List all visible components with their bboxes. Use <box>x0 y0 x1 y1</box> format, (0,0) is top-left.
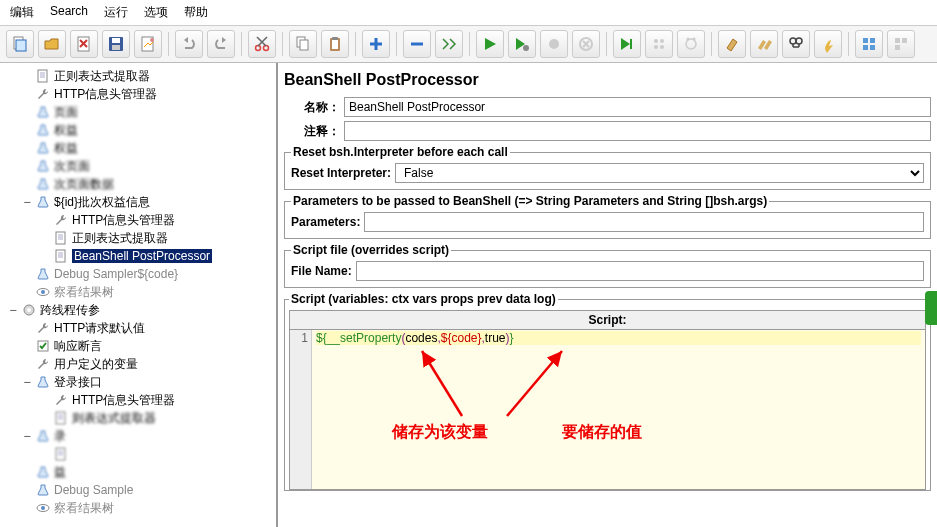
tree-toggle-icon[interactable]: − <box>22 195 32 209</box>
tree-toggle-icon[interactable]: − <box>22 375 32 389</box>
menu-search[interactable]: Search <box>50 4 88 21</box>
wrench-icon <box>36 321 50 335</box>
toolbar <box>0 26 937 63</box>
line-gutter: 1 <box>290 330 312 489</box>
menu-run[interactable]: 运行 <box>104 4 128 21</box>
expand-button[interactable] <box>362 30 390 58</box>
help-button[interactable] <box>887 30 915 58</box>
tree-item[interactable]: −跨线程传参 <box>4 301 276 319</box>
svg-rect-27 <box>863 38 868 43</box>
tree-item-label: 跨线程传参 <box>40 302 100 319</box>
svg-line-47 <box>507 351 562 416</box>
menu-help[interactable]: 帮助 <box>184 4 208 21</box>
copy-button[interactable] <box>289 30 317 58</box>
new-button[interactable] <box>6 30 34 58</box>
tree-item-label: HTTP请求默认值 <box>54 320 145 337</box>
tree-item[interactable]: 权益 <box>4 139 276 157</box>
tree-item[interactable]: 用户定义的变量 <box>4 355 276 373</box>
flask-icon <box>36 105 50 119</box>
tree-item[interactable]: − 录 <box>4 427 276 445</box>
clear-all-button[interactable] <box>750 30 778 58</box>
tree-item[interactable]: 权益 <box>4 121 276 139</box>
tree-item[interactable]: 察看结果树 <box>4 499 276 517</box>
flask-icon <box>36 159 50 173</box>
tree-item[interactable] <box>4 445 276 463</box>
check-icon <box>36 339 50 353</box>
flask-icon <box>36 177 50 191</box>
undo-button[interactable] <box>175 30 203 58</box>
tree-item[interactable]: −登录接口 <box>4 373 276 391</box>
tree-item[interactable]: 次页面数据 <box>4 175 276 193</box>
stop-button[interactable] <box>540 30 568 58</box>
reset-button[interactable] <box>814 30 842 58</box>
tree-item[interactable]: Debug Sampler${code} <box>4 265 276 283</box>
cut-button[interactable] <box>248 30 276 58</box>
main-panel: BeanShell PostProcessor 名称： 注释： Reset bs… <box>278 63 937 527</box>
start-no-pause-button[interactable] <box>508 30 536 58</box>
save-button[interactable] <box>102 30 130 58</box>
tree-item[interactable]: 正则表达式提取器 <box>4 229 276 247</box>
reset-select[interactable]: False <box>395 163 924 183</box>
tree-item[interactable]: BeanShell PostProcessor <box>4 247 276 265</box>
tree-item[interactable]: 益 <box>4 463 276 481</box>
remote-stop-button[interactable] <box>645 30 673 58</box>
tree-item-label: 用户定义的变量 <box>54 356 138 373</box>
tree-item[interactable]: HTTP信息头管理器 <box>4 211 276 229</box>
collapse-button[interactable] <box>403 30 431 58</box>
menu-options[interactable]: 选项 <box>144 4 168 21</box>
doc-icon <box>54 231 68 245</box>
paste-button[interactable] <box>321 30 349 58</box>
tree-item[interactable]: Debug Sample <box>4 481 276 499</box>
file-input[interactable] <box>356 261 924 281</box>
svg-point-24 <box>693 38 696 41</box>
tree-item-label: ${id}批次权益信息 <box>54 194 150 211</box>
script-editor[interactable]: 1 ${__setProperty(codes,${code},true)} 储… <box>289 330 926 490</box>
flask-icon <box>36 141 50 155</box>
tree-item-label: BeanShell PostProcessor <box>72 249 212 263</box>
svg-rect-33 <box>895 45 900 50</box>
open-button[interactable] <box>38 30 66 58</box>
close-button[interactable] <box>70 30 98 58</box>
svg-point-7 <box>150 38 154 42</box>
menu-edit[interactable]: 编辑 <box>10 4 34 21</box>
tree-item-label: HTTP信息头管理器 <box>72 212 175 229</box>
remote-shutdown-button[interactable] <box>677 30 705 58</box>
search-button[interactable] <box>782 30 810 58</box>
tree-item[interactable]: 次页面 <box>4 157 276 175</box>
params-input[interactable] <box>364 212 924 232</box>
annotation-text-1: 储存为该变量 <box>392 422 488 443</box>
flask-icon <box>36 483 50 497</box>
toggle-button[interactable] <box>435 30 463 58</box>
svg-rect-36 <box>56 250 65 262</box>
svg-point-18 <box>654 39 658 43</box>
tree-item[interactable]: HTTP请求默认值 <box>4 319 276 337</box>
clear-button[interactable] <box>718 30 746 58</box>
tree-item-label: 响应断言 <box>54 338 102 355</box>
svg-rect-43 <box>56 448 65 460</box>
save-as-button[interactable] <box>134 30 162 58</box>
tree-toggle-icon[interactable]: − <box>8 303 18 317</box>
comment-input[interactable] <box>344 121 931 141</box>
tree-item[interactable]: 正则表达式提取器 <box>4 67 276 85</box>
tree-item[interactable]: 响应断言 <box>4 337 276 355</box>
name-input[interactable] <box>344 97 931 117</box>
tree-toggle-icon[interactable]: − <box>22 429 32 443</box>
side-tab-icon[interactable] <box>925 291 937 325</box>
tree-item[interactable]: HTTP信息头管理器 <box>4 391 276 409</box>
svg-rect-5 <box>112 45 120 50</box>
function-helper-button[interactable] <box>855 30 883 58</box>
flask-icon <box>36 267 50 281</box>
tree-panel[interactable]: 正则表达式提取器HTTP信息头管理器 页面 权益 权益 次页面 次页面数据−${… <box>0 63 278 527</box>
tree-item-label: 页面 <box>54 104 78 121</box>
shutdown-button[interactable] <box>572 30 600 58</box>
tree-item[interactable]: 则表达式提取器 <box>4 409 276 427</box>
tree-item[interactable]: 察看结果树 <box>4 283 276 301</box>
remote-start-button[interactable] <box>613 30 641 58</box>
tree-item[interactable]: 页面 <box>4 103 276 121</box>
code-area[interactable]: ${__setProperty(codes,${code},true)} 储存为… <box>312 330 925 489</box>
tree-item[interactable]: HTTP信息头管理器 <box>4 85 276 103</box>
start-button[interactable] <box>476 30 504 58</box>
tree-item[interactable]: −${id}批次权益信息 <box>4 193 276 211</box>
svg-rect-34 <box>38 70 47 82</box>
redo-button[interactable] <box>207 30 235 58</box>
